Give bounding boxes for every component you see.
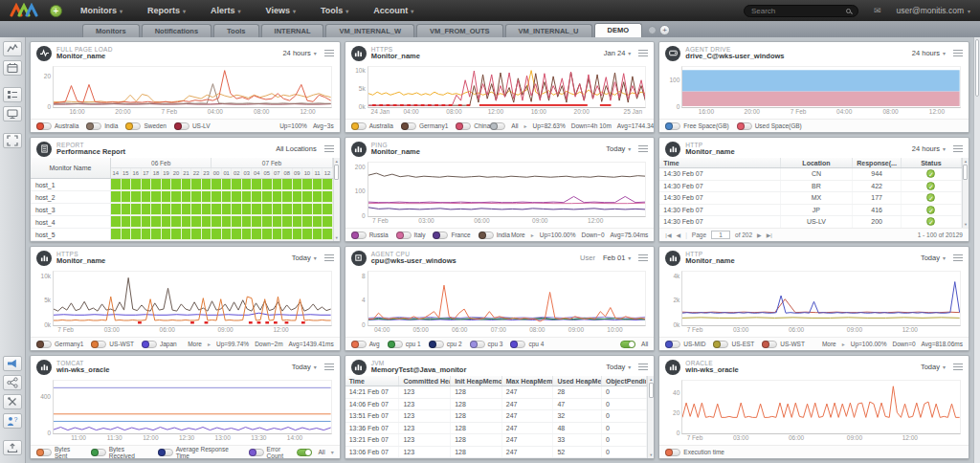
scroll-up-icon[interactable]: ▲ bbox=[335, 159, 339, 164]
tab-vm-internal-u[interactable]: VM_INTERNAL_U bbox=[505, 24, 592, 37]
legend-toggle-bytes-sent[interactable]: Bytes Sent bbox=[36, 446, 83, 459]
widget-menu-icon[interactable] bbox=[953, 364, 963, 371]
report-status-cell[interactable] bbox=[182, 179, 192, 190]
scroll-down-icon[interactable]: ▼ bbox=[649, 452, 653, 457]
report-status-cell[interactable] bbox=[242, 216, 253, 228]
report-status-cell[interactable] bbox=[293, 216, 303, 228]
sidebar-button-monitor[interactable] bbox=[3, 106, 22, 121]
legend-switch[interactable] bbox=[665, 449, 680, 456]
table-row[interactable]: 13:51 Feb 07123128247320 bbox=[345, 410, 648, 423]
legend-switch[interactable] bbox=[249, 449, 264, 456]
report-status-cell[interactable] bbox=[212, 179, 222, 190]
legend-switch[interactable] bbox=[351, 341, 367, 348]
legend-toggle-us-mid[interactable]: US-MID bbox=[665, 341, 705, 348]
report-status-cell[interactable] bbox=[242, 179, 253, 190]
period-select[interactable]: 24 hours▾ bbox=[282, 49, 316, 57]
legend-switch[interactable] bbox=[456, 122, 471, 130]
report-status-cell[interactable] bbox=[212, 229, 222, 240]
table-row[interactable]: 13:06 Feb 07123128247520 bbox=[345, 447, 648, 459]
tab-options-icon[interactable] bbox=[648, 26, 657, 34]
report-status-cell[interactable] bbox=[111, 204, 122, 215]
legend-toggle-france[interactable]: France bbox=[433, 232, 470, 239]
report-status-cell[interactable] bbox=[273, 204, 283, 215]
report-status-cell[interactable] bbox=[151, 191, 162, 203]
period-select[interactable]: 24 hours▾ bbox=[912, 144, 946, 153]
legend-toggle-australia[interactable]: Australia bbox=[351, 122, 393, 130]
table-row[interactable]: 14:21 Feb 07123128247280 bbox=[345, 386, 648, 399]
sidebar-button-share[interactable] bbox=[3, 375, 22, 390]
legend-toggle-error-count[interactable]: Error Count bbox=[249, 446, 298, 459]
report-status-cell[interactable] bbox=[273, 229, 283, 240]
legend-toggle-us-lv[interactable]: US-LV bbox=[174, 122, 211, 130]
legend-toggle-cpu-1[interactable]: cpu 1 bbox=[388, 341, 421, 348]
table-row[interactable]: 13:36 Feb 07123128247480 bbox=[345, 423, 648, 435]
legend-switch[interactable] bbox=[429, 341, 444, 348]
report-status-cell[interactable] bbox=[323, 216, 333, 228]
report-status-cell[interactable] bbox=[151, 204, 162, 215]
legend-switch[interactable] bbox=[36, 449, 52, 456]
page-scrollbar[interactable] bbox=[973, 37, 980, 463]
legend-switch[interactable] bbox=[125, 122, 141, 130]
tab-demo[interactable]: DEMO bbox=[594, 23, 643, 37]
legend-toggle-free-space-gb[interactable]: Free Space(GB) bbox=[665, 122, 728, 130]
report-status-cell[interactable] bbox=[313, 191, 323, 203]
report-status-cell[interactable] bbox=[302, 229, 313, 240]
add-monitor-button[interactable]: + bbox=[50, 5, 62, 17]
scroll-thumb[interactable] bbox=[649, 383, 654, 398]
report-status-cell[interactable] bbox=[313, 229, 323, 240]
report-status-cell[interactable] bbox=[111, 191, 122, 203]
report-status-cell[interactable] bbox=[111, 216, 122, 228]
table-row[interactable]: 14:30 Feb 07BR422✓ bbox=[659, 181, 962, 193]
pager-last-button[interactable]: ▶| bbox=[767, 232, 772, 238]
report-status-cell[interactable] bbox=[293, 204, 303, 215]
legend-toggle-us-wst[interactable]: US-WST bbox=[91, 341, 134, 348]
report-status-cell[interactable] bbox=[302, 216, 313, 228]
report-status-cell[interactable] bbox=[323, 191, 333, 203]
legend-switch[interactable] bbox=[388, 341, 403, 348]
report-status-cell[interactable] bbox=[252, 204, 262, 215]
pager-first-button[interactable]: |◀ bbox=[665, 232, 671, 238]
tab-monitors[interactable]: Monitors bbox=[82, 24, 140, 37]
legend-switch[interactable] bbox=[91, 341, 106, 348]
table-row[interactable]: 13:21 Feb 07123128247330 bbox=[345, 434, 648, 447]
report-status-cell[interactable] bbox=[293, 191, 303, 203]
report-status-cell[interactable] bbox=[262, 229, 273, 240]
legend-toggle-germany1[interactable]: Germany1 bbox=[401, 122, 448, 130]
sidebar-button-line-chart[interactable] bbox=[3, 41, 22, 56]
report-status-cell[interactable] bbox=[171, 204, 182, 215]
all-locations-switch[interactable] bbox=[490, 122, 505, 130]
legend-toggle-cpu-2[interactable]: cpu 2 bbox=[429, 341, 462, 348]
report-status-cell[interactable] bbox=[212, 216, 222, 228]
more-link[interactable]: More bbox=[188, 341, 202, 347]
report-status-cell[interactable] bbox=[222, 179, 233, 190]
period-select[interactable]: Today▾ bbox=[921, 363, 946, 371]
report-status-cell[interactable] bbox=[162, 216, 172, 228]
report-status-cell[interactable] bbox=[242, 204, 253, 215]
report-status-cell[interactable] bbox=[142, 229, 152, 240]
report-status-cell[interactable] bbox=[142, 204, 152, 215]
report-status-cell[interactable] bbox=[202, 204, 212, 215]
report-status-cell[interactable] bbox=[202, 216, 212, 228]
report-status-cell[interactable] bbox=[171, 216, 182, 228]
legend-toggle-avg[interactable]: Avg bbox=[351, 341, 380, 348]
legend-toggle-japan[interactable]: Japan bbox=[142, 341, 177, 348]
report-status-cell[interactable] bbox=[202, 191, 212, 203]
report-status-cell[interactable] bbox=[222, 229, 233, 240]
legend-switch[interactable] bbox=[91, 449, 106, 456]
report-status-cell[interactable] bbox=[302, 191, 313, 203]
report-status-cell[interactable] bbox=[131, 179, 142, 190]
scrollbar-thumb[interactable] bbox=[975, 39, 979, 97]
report-status-cell[interactable] bbox=[151, 179, 162, 190]
report-status-cell[interactable] bbox=[262, 191, 273, 203]
legend-switch[interactable] bbox=[665, 341, 680, 348]
report-status-cell[interactable] bbox=[273, 191, 283, 203]
report-status-cell[interactable] bbox=[111, 179, 122, 190]
legend-switch[interactable] bbox=[470, 341, 485, 348]
report-status-cell[interactable] bbox=[232, 179, 242, 190]
legend-switch[interactable] bbox=[401, 122, 416, 130]
report-status-cell[interactable] bbox=[202, 179, 212, 190]
report-status-cell[interactable] bbox=[282, 229, 293, 240]
legend-switch[interactable] bbox=[36, 122, 52, 130]
widget-menu-icon[interactable] bbox=[324, 145, 334, 153]
report-status-cell[interactable] bbox=[202, 229, 212, 240]
